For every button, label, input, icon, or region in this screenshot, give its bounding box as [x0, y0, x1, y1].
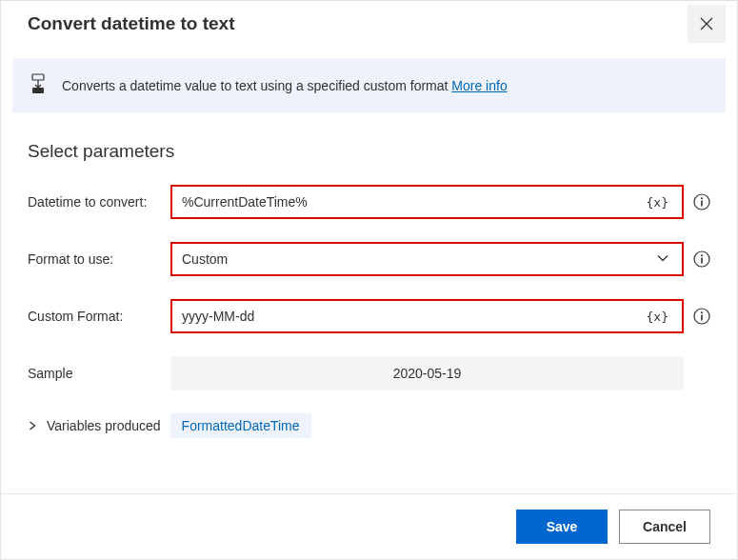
row-datetime: Datetime to convert: %CurrentDateTime% {… — [28, 185, 710, 219]
dialog-header: Convert datetime to text — [1, 1, 737, 47]
format-value: Custom — [182, 251, 653, 267]
variables-row: Variables produced FormattedDateTime — [28, 413, 710, 438]
custom-value: yyyy-MM-dd — [182, 309, 643, 324]
label-datetime: Datetime to convert: — [28, 194, 170, 210]
variable-picker-button[interactable]: {x} — [643, 193, 672, 211]
svg-point-3 — [701, 197, 703, 199]
banner-text: Converts a datetime value to text using … — [62, 78, 451, 93]
variable-chip[interactable]: FormattedDateTime — [170, 413, 311, 438]
sample-value: 2020-05-19 — [170, 356, 684, 390]
svg-point-9 — [701, 311, 703, 313]
row-custom: Custom Format: yyyy-MM-dd {x} — [28, 299, 710, 333]
section-title: Select parameters — [28, 141, 710, 162]
datetime-input[interactable]: %CurrentDateTime% {x} — [170, 185, 684, 219]
info-banner: Converts a datetime value to text using … — [12, 58, 726, 112]
info-icon-datetime[interactable] — [693, 193, 710, 210]
content-area: Select parameters Datetime to convert: %… — [1, 112, 737, 493]
chevron-right-icon — [28, 421, 37, 430]
row-sample: Sample 2020-05-19 — [28, 356, 710, 390]
field-wrap-custom: yyyy-MM-dd {x} — [170, 299, 710, 333]
info-icon-format[interactable] — [693, 250, 710, 268]
field-wrap-format: Custom — [170, 242, 710, 276]
chevron-down-icon — [653, 248, 672, 270]
svg-rect-4 — [701, 201, 703, 207]
dialog-footer: Save Cancel — [1, 493, 737, 559]
svg-rect-1 — [32, 88, 44, 93]
variable-picker-button[interactable]: {x} — [643, 308, 672, 326]
more-info-link[interactable]: More info — [451, 78, 507, 93]
datetime-value: %CurrentDateTime% — [182, 194, 643, 210]
close-button[interactable] — [688, 5, 726, 43]
dialog-title: Convert datetime to text — [28, 13, 688, 34]
row-format: Format to use: Custom — [28, 242, 710, 276]
label-sample: Sample — [28, 366, 170, 381]
banner-text-wrap: Converts a datetime value to text using … — [62, 78, 508, 93]
cancel-button[interactable]: Cancel — [619, 510, 710, 544]
label-custom: Custom Format: — [28, 309, 170, 324]
close-icon — [700, 17, 713, 30]
info-icon-custom[interactable] — [693, 308, 710, 325]
variables-label: Variables produced — [47, 418, 161, 433]
dialog: Convert datetime to text Converts a date… — [0, 0, 738, 560]
custom-format-input[interactable]: yyyy-MM-dd {x} — [170, 299, 684, 333]
save-button[interactable]: Save — [516, 510, 608, 544]
svg-rect-0 — [32, 74, 44, 80]
format-select[interactable]: Custom — [170, 242, 684, 276]
label-format: Format to use: — [28, 251, 170, 267]
action-icon — [30, 73, 47, 97]
svg-point-6 — [701, 254, 703, 256]
field-wrap-datetime: %CurrentDateTime% {x} — [170, 185, 710, 219]
svg-rect-7 — [701, 258, 703, 264]
variables-toggle[interactable] — [28, 418, 37, 433]
svg-rect-10 — [701, 315, 703, 321]
